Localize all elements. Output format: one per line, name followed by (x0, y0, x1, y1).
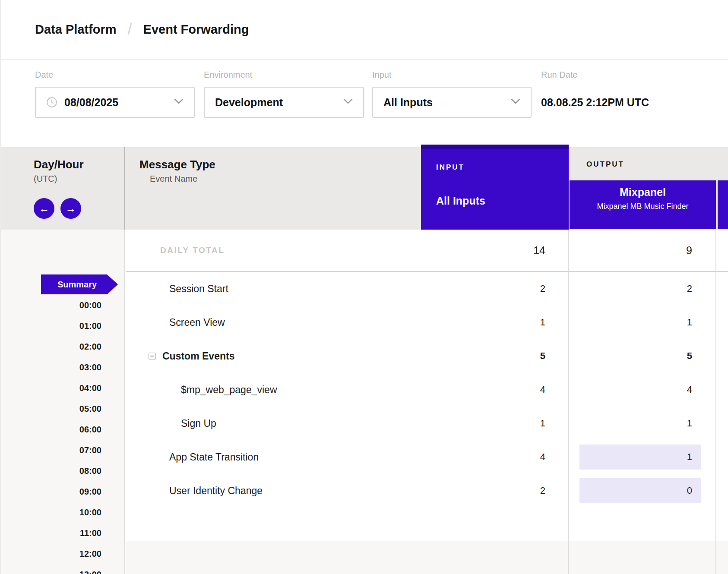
input-filter: Input All Inputs (372, 70, 532, 118)
event-row: Session Start22 (126, 272, 728, 306)
output-count-value: 1 (687, 317, 692, 328)
date-select[interactable]: 08/08/2025 (35, 87, 195, 118)
hour-label[interactable]: 06:00 (1, 419, 124, 440)
day-pager: ← → (34, 198, 124, 219)
environment-value: Development (215, 96, 343, 109)
run-date-value: 08.08.25 2:12PM UTC (541, 87, 649, 118)
output-count-value: 4 (687, 384, 692, 395)
environment-filter-label: Environment (204, 70, 364, 80)
clock-icon (46, 97, 57, 108)
event-row: App State Transition41 (126, 440, 728, 474)
hour-label[interactable]: 07:00 (1, 440, 124, 460)
run-date: Run Date 08.08.25 2:12PM UTC (541, 70, 649, 118)
date-filter-label: Date (35, 70, 195, 80)
day-hour-header: Day/Hour (UTC) ← → (1, 147, 125, 230)
hour-label[interactable]: 01:00 (1, 315, 124, 336)
output-count-value: 2 (687, 283, 692, 294)
event-row: Screen View11 (126, 306, 728, 339)
breadcrumb-section[interactable]: Data Platform (35, 22, 117, 37)
event-row: User Identity Change20 (126, 474, 728, 508)
message-type-title: Message Type (139, 158, 420, 170)
breadcrumb-separator: / (128, 20, 132, 38)
event-rows: Session Start22Screen View11Custom Event… (126, 272, 728, 508)
hour-label[interactable]: 02:00 (1, 336, 124, 357)
breadcrumb: Data Platform / Event Forwarding (1, 0, 728, 60)
input-group-label: INPUT (436, 164, 465, 171)
output-count-cell: 4 (569, 373, 715, 407)
footer-band (126, 541, 728, 574)
input-count-cell: 4 (126, 373, 568, 407)
message-type-header: Message Type Event Name (126, 147, 420, 230)
input-count-cell: 4 (126, 440, 568, 474)
mixpanel-column-subtitle: Mixpanel MB Music Finder (570, 202, 716, 211)
hour-label[interactable]: 10:00 (1, 502, 124, 523)
input-count-cell: 2 (126, 272, 568, 306)
output-count-cell-highlighted: 0 (569, 474, 715, 508)
mixpanel-column-title: Mixpanel (570, 186, 716, 198)
input-count-cell: 1 (126, 407, 568, 440)
output-count-cell: 2 (569, 272, 715, 306)
prev-day-button[interactable]: ← (34, 198, 54, 219)
input-filter-label: Input (372, 70, 532, 80)
hour-label[interactable]: 09:00 (1, 481, 124, 502)
chevron-down-icon (343, 98, 353, 106)
environment-filter: Environment Development (204, 70, 364, 118)
environment-select[interactable]: Development (204, 87, 364, 118)
input-select[interactable]: All Inputs (372, 87, 532, 118)
hour-label[interactable]: 12:00 (1, 543, 124, 564)
hour-label[interactable]: 11:00 (1, 523, 124, 543)
input-count-cell: 2 (126, 474, 568, 508)
hour-label[interactable]: 13:00 (1, 564, 124, 574)
arrow-right-icon: → (66, 202, 76, 215)
input-column-header[interactable]: INPUT All Inputs (421, 145, 569, 230)
hour-label[interactable]: 03:00 (1, 357, 124, 378)
hour-label[interactable]: 00:00 (1, 295, 124, 315)
daily-total-output-value: 9 (569, 230, 715, 271)
daily-total-row: DAILY TOTAL 14 9 (126, 230, 728, 271)
arrow-left-icon: ← (39, 202, 50, 215)
hour-label[interactable]: 05:00 (1, 398, 124, 419)
hour-label[interactable]: 04:00 (1, 378, 124, 398)
output-group-label: OUTPUT (586, 161, 624, 168)
output-count-cell: 5 (569, 339, 715, 373)
output-count-value: 1 (687, 451, 692, 463)
output-count-value: 0 (687, 485, 692, 496)
output-count-cell: 1 (569, 407, 715, 440)
next-day-button[interactable]: → (60, 198, 81, 219)
run-date-label: Run Date (541, 70, 649, 80)
day-hour-title: Day/Hour (34, 158, 124, 170)
summary-label: Summary (41, 274, 107, 294)
output-count-cell-highlighted: 1 (569, 440, 715, 474)
filter-bar: Date 08/08/2025 Environment Development (1, 60, 728, 147)
data-grid: DAILY TOTAL 14 9 Session Start22Screen V… (126, 230, 728, 574)
day-hour-subtitle: (UTC) (34, 174, 124, 183)
page-title: Event Forwarding (143, 22, 249, 37)
input-value: All Inputs (383, 96, 511, 109)
output-count-value: 5 (687, 350, 692, 362)
mixpanel-column-header[interactable]: Mixpanel Mixpanel MB Music Finder (570, 180, 716, 229)
date-filter: Date 08/08/2025 (35, 70, 195, 118)
event-row: Custom Events55 (126, 339, 728, 373)
hours-list: 00:0001:0002:0003:0004:0005:0006:0007:00… (1, 295, 124, 574)
daily-total-input-value: 14 (126, 230, 568, 271)
input-column-top-strip (421, 145, 569, 149)
event-row: $mp_web_page_view44 (126, 373, 728, 407)
output-count-value: 1 (687, 418, 692, 429)
event-forwarding-page: Data Platform / Event Forwarding Date 08… (0, 0, 728, 574)
input-column-title: All Inputs (436, 195, 485, 207)
chevron-down-icon (174, 98, 184, 106)
next-output-column-partial (718, 180, 728, 229)
summary-badge-arrow (107, 274, 118, 294)
table-header: Day/Hour (UTC) ← → Message Type Event Na… (1, 147, 728, 230)
table-body: Summary 00:0001:0002:0003:0004:0005:0006… (1, 230, 728, 574)
chevron-down-icon (511, 98, 520, 106)
input-count-cell: 1 (126, 306, 568, 339)
day-hour-column: Summary 00:0001:0002:0003:0004:0005:0006… (1, 230, 125, 574)
hour-label[interactable]: 08:00 (1, 460, 124, 481)
summary-badge[interactable]: Summary (41, 274, 118, 294)
output-count-cell: 1 (569, 306, 715, 339)
event-row: Sign Up11 (126, 407, 728, 440)
input-count-cell: 5 (126, 339, 568, 373)
message-type-subtitle: Event Name (150, 174, 420, 183)
date-value: 08/08/2025 (64, 96, 174, 109)
